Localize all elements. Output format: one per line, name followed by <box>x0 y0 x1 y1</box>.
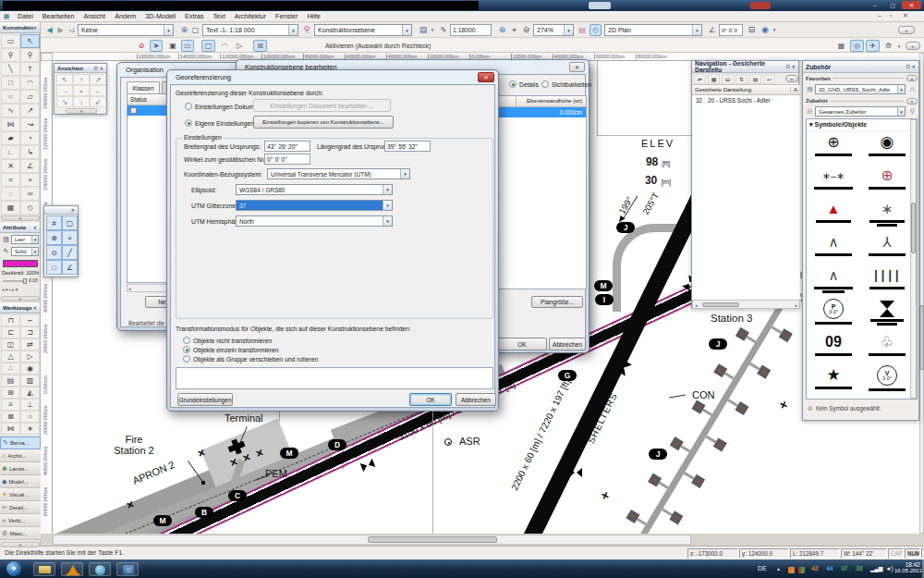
symbol-item[interactable]: ∧ <box>808 265 858 299</box>
view-arrow-icon[interactable]: → <box>56 85 73 96</box>
pen-icon[interactable]: ✎ <box>439 24 448 35</box>
tool-icon[interactable]: ⋈ <box>1 117 20 131</box>
tool-icon[interactable]: ◇ <box>20 201 40 215</box>
render-mode-icon[interactable]: ◉ <box>760 24 771 35</box>
render-dropdown-icon[interactable]: ▾ <box>771 24 778 35</box>
printer-icon[interactable]: ⊟ <box>747 24 757 35</box>
window-maximize-button[interactable]: ▢ <box>884 1 901 9</box>
close-icon[interactable]: ✕ <box>100 66 103 71</box>
chevron-down-icon[interactable]: ▾ <box>897 85 905 93</box>
taskbar-app-button[interactable]: ◫ <box>116 562 139 576</box>
volume-icon[interactable]: ◄) <box>885 565 894 572</box>
snap-object-icon[interactable]: ▢ <box>62 215 78 230</box>
window-minimize-button[interactable]: – <box>867 1 883 9</box>
tool-icon[interactable]: ⊥ <box>20 399 40 411</box>
mode-move-icon[interactable]: ⊞ <box>253 40 267 52</box>
tool-icon[interactable]: □ <box>1 76 20 90</box>
ok-button[interactable]: OK <box>409 393 452 406</box>
taskbar-vlc-button[interactable] <box>61 562 83 576</box>
tool-icon[interactable]: ↗ <box>20 104 40 117</box>
tool-icon[interactable]: ∟ <box>1 145 20 159</box>
back-icon[interactable]: ◀ <box>44 25 55 35</box>
view-arrow-icon[interactable]: ↘ <box>56 96 73 107</box>
symbol-item[interactable]: ∧ <box>808 232 858 265</box>
cancel-button[interactable]: Abbrechen <box>456 393 496 406</box>
symbol-item[interactable]: ♧ <box>862 332 912 365</box>
category-verbinden[interactable]: ∞Verbi... <box>0 514 41 527</box>
fill-style-combobox[interactable]: Leer▾ <box>11 235 39 244</box>
chevron-down-icon[interactable]: ▾ <box>400 169 409 178</box>
mode-right-3-icon[interactable]: ✈ <box>866 40 880 52</box>
palette-collapse-strip[interactable]: ▼ <box>1 542 40 547</box>
view-arrow-icon[interactable]: • <box>73 85 90 96</box>
chevron-down-icon[interactable]: ▾ <box>564 25 573 35</box>
symbol-item[interactable]: ∗–∗ <box>808 166 858 199</box>
document-settings-radio[interactable]: Einstellungen Dokument <box>185 103 263 110</box>
search-icon[interactable]: ⚲ <box>907 106 918 117</box>
no-transform-radio[interactable]: Objekte nicht transformieren <box>183 337 272 344</box>
category-detail[interactable]: ✄Detail... <box>0 501 41 514</box>
menu-datei[interactable]: Datei <box>13 12 38 20</box>
nav-tool-icon[interactable]: ↩ <box>763 74 775 84</box>
zoom-world-icon[interactable]: ⊕ <box>497 24 507 35</box>
transform-as-group-radio[interactable]: Objekte als Gruppe verschieben und rotie… <box>183 355 318 363</box>
category-bemassung[interactable]: ✎Bema... <box>0 437 41 449</box>
cancel-button[interactable]: Abbrechen <box>549 338 586 350</box>
section-overflow-button[interactable]: » <box>906 98 918 105</box>
mode-grid-icon[interactable]: ▭ <box>181 40 194 52</box>
attribute-mini-controls[interactable]: ◂ ▾ ▪ ▸ ▾ <box>2 287 18 292</box>
symbol-item[interactable] <box>862 299 912 332</box>
wand-icon[interactable]: ⚲ <box>302 24 311 35</box>
close-icon[interactable]: ✕ <box>792 64 796 69</box>
mdi-minimize-button[interactable]: – <box>878 12 881 18</box>
snap-distance-icon[interactable]: ⊙ <box>46 245 62 260</box>
clipboard-icon[interactable]: ▤ <box>578 24 587 35</box>
window-close-button[interactable]: ✕ <box>902 1 921 9</box>
clock[interactable]: 18:42 16.05.2013 <box>894 561 920 573</box>
close-icon[interactable]: ✕ <box>71 207 75 213</box>
section-overflow-button[interactable]: » <box>906 75 918 81</box>
category-maschinenbau[interactable]: ⚙Masc... <box>0 527 41 540</box>
taskbar-explorer-button[interactable] <box>33 562 55 576</box>
view-arrow-icon[interactable]: ↖ <box>56 74 73 85</box>
visibility-radio[interactable]: Sichtbarkeiten <box>541 80 591 88</box>
menu-hilfe[interactable]: Hilfe <box>302 12 324 20</box>
crs-combobox[interactable]: Universal Transverse Mercator (UTM)▾ <box>267 168 410 179</box>
chevron-down-icon[interactable]: ▾ <box>31 236 38 243</box>
favorites-section-header[interactable]: Favoriten » <box>803 73 920 83</box>
pin-icon[interactable]: ⊡ <box>786 64 790 69</box>
view-arrow-icon[interactable]: ↗ <box>90 74 106 85</box>
tool-icon[interactable]: ▥ <box>20 375 40 387</box>
resources-combobox[interactable]: Gesamtes Zubehör▾ <box>815 106 906 117</box>
tool-icon[interactable]: ◉ <box>20 363 40 375</box>
symbol-item[interactable]: P3.0° <box>808 299 858 332</box>
menu-bearbeiten[interactable]: Bearbeiten <box>38 12 79 20</box>
attribute-palette-header[interactable]: Attribute✕ <box>0 223 40 233</box>
pin-icon[interactable]: ⊡ <box>906 64 910 69</box>
tool-icon[interactable]: ◔ <box>20 131 40 145</box>
nav-tool-icon[interactable]: ▦ <box>708 74 720 84</box>
chevron-down-icon[interactable]: ▾ <box>402 25 411 35</box>
zoom-out-icon[interactable]: ⊖ <box>521 24 531 35</box>
tool-icon[interactable]: ⊐ <box>20 326 40 338</box>
fill-style-icon[interactable]: ▨ <box>2 235 10 244</box>
zoom-target-icon[interactable]: ⌖ <box>509 24 519 35</box>
close-icon[interactable]: ✕ <box>33 25 37 31</box>
tool-icon[interactable]: ▰ <box>1 131 20 145</box>
save-dropdown-icon[interactable]: ▾ <box>429 24 436 35</box>
gear-dropdown-icon[interactable]: ▾ <box>895 40 903 52</box>
tool-icon[interactable]: ▷ <box>20 350 40 363</box>
chevron-down-icon[interactable]: ▾ <box>383 216 392 226</box>
tool-icon[interactable]: ∴ <box>1 363 20 375</box>
canvas-hscrollbar-thumb[interactable] <box>368 536 497 543</box>
tool-icon[interactable]: ⚲ <box>1 48 20 62</box>
zoom-combobox[interactable]: 274%▾ <box>533 24 574 36</box>
mode-deselect-icon[interactable]: ⊘ <box>135 40 148 52</box>
tool-icon[interactable]: ≡ <box>1 399 20 411</box>
longitude-field[interactable]: 39° 55' 32" <box>384 141 431 152</box>
gear-icon[interactable]: ⚙ <box>881 40 895 52</box>
tool-icon[interactable]: ▭ <box>1 34 20 48</box>
toolbar-overflow-button[interactable]: » <box>898 26 915 34</box>
konstruktion-palette-header[interactable]: Konstruktio✕ <box>0 22 40 33</box>
opacity-slider[interactable] <box>3 280 27 282</box>
